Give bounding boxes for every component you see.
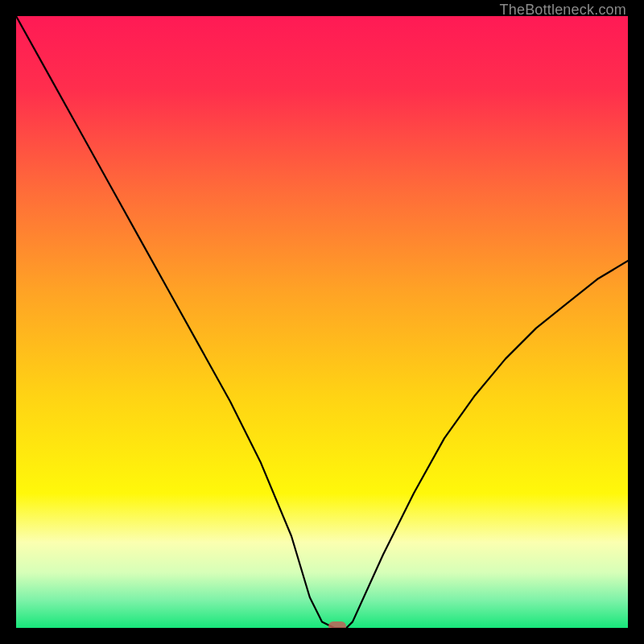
gradient-background (16, 16, 628, 628)
bottleneck-chart (16, 16, 628, 628)
optimal-marker (328, 621, 346, 628)
chart-frame (16, 16, 628, 628)
